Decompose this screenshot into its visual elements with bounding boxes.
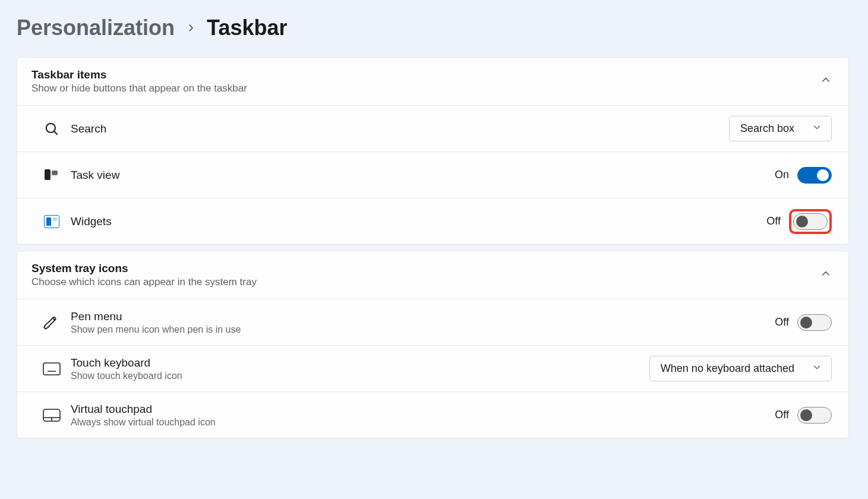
- toggle-state-label: Off: [775, 316, 789, 329]
- svg-point-0: [46, 123, 55, 132]
- row-sublabel: Show touch keyboard icon: [71, 371, 649, 381]
- row-label: Pen menu: [71, 310, 775, 323]
- section-system-tray: System tray icons Choose which icons can…: [17, 251, 849, 438]
- row-pen-menu: Pen menu Show pen menu icon when pen is …: [17, 299, 848, 345]
- row-label: Touch keyboard: [71, 356, 649, 369]
- section-subtitle: Choose which icons can appear in the sys…: [31, 276, 820, 288]
- search-icon: [42, 119, 61, 138]
- pen-menu-toggle[interactable]: [797, 314, 832, 331]
- select-value: When no keyboard attached: [661, 362, 794, 375]
- touch-keyboard-select[interactable]: When no keyboard attached: [649, 356, 832, 381]
- breadcrumb-current: Taskbar: [207, 15, 287, 40]
- chevron-up-icon: [820, 268, 832, 282]
- row-label: Search: [71, 122, 729, 135]
- touchpad-icon: [42, 406, 61, 425]
- section-header-system-tray[interactable]: System tray icons Choose which icons can…: [17, 251, 848, 299]
- widgets-icon: [42, 212, 61, 231]
- section-title: Taskbar items: [31, 68, 820, 81]
- virtual-touchpad-toggle[interactable]: [797, 407, 832, 424]
- chevron-down-icon: [812, 122, 822, 135]
- breadcrumb-parent[interactable]: Personalization: [17, 15, 175, 40]
- chevron-down-icon: [812, 362, 822, 375]
- keyboard-icon: [42, 359, 61, 378]
- toggle-state-label: On: [775, 169, 789, 181]
- row-sublabel: Always show virtual touchpad icon: [71, 417, 775, 428]
- row-virtual-touchpad: Virtual touchpad Always show virtual tou…: [17, 391, 848, 438]
- chevron-up-icon: [820, 74, 832, 89]
- breadcrumb: Personalization Taskbar: [17, 15, 849, 40]
- row-sublabel: Show pen menu icon when pen is in use: [71, 324, 775, 335]
- section-title: System tray icons: [31, 262, 820, 275]
- pen-icon: [42, 313, 61, 332]
- toggle-state-label: Off: [775, 409, 789, 421]
- chevron-right-icon: [185, 19, 196, 37]
- widgets-toggle[interactable]: [793, 213, 828, 230]
- section-taskbar-items: Taskbar items Show or hide buttons that …: [17, 57, 849, 245]
- toggle-state-label: Off: [766, 215, 781, 228]
- svg-line-1: [54, 131, 58, 135]
- svg-rect-2: [43, 363, 60, 375]
- row-task-view: Task view On: [17, 151, 848, 198]
- section-header-taskbar-items[interactable]: Taskbar items Show or hide buttons that …: [17, 58, 848, 105]
- row-touch-keyboard: Touch keyboard Show touch keyboard icon …: [17, 345, 848, 391]
- row-widgets: Widgets Off: [17, 198, 848, 244]
- row-label: Virtual touchpad: [71, 403, 775, 416]
- highlight-annotation: [789, 209, 832, 234]
- row-label: Task view: [71, 169, 775, 182]
- section-subtitle: Show or hide buttons that appear on the …: [31, 83, 820, 94]
- task-view-icon: [42, 166, 61, 185]
- task-view-toggle[interactable]: [797, 167, 832, 184]
- search-select[interactable]: Search box: [729, 116, 832, 141]
- row-label: Widgets: [71, 215, 766, 228]
- row-search: Search Search box: [17, 105, 848, 151]
- select-value: Search box: [740, 122, 794, 135]
